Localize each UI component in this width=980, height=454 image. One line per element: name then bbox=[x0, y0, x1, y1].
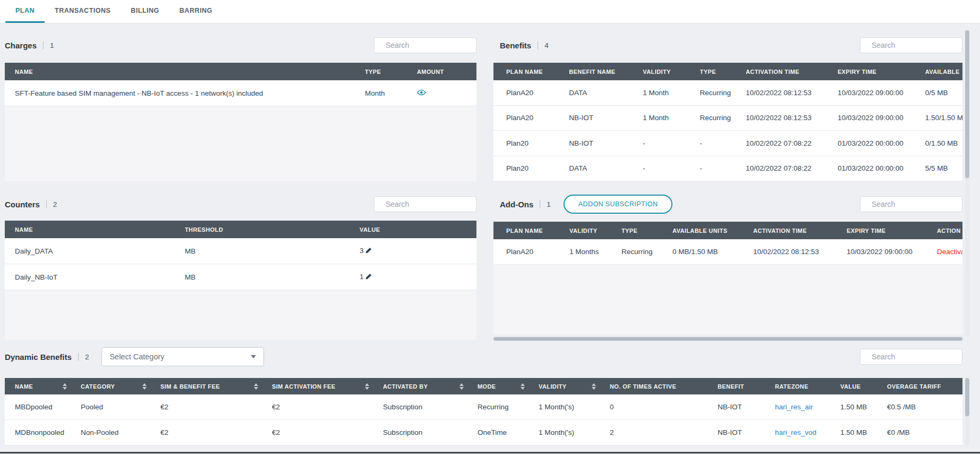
column-header: PLAN NAME bbox=[493, 69, 569, 75]
column-header-label: VALIDITY bbox=[539, 383, 567, 390]
tab-billing[interactable]: BILLING bbox=[121, 0, 169, 23]
column-header: EXPIRY TIME bbox=[847, 228, 937, 234]
table-row: Plan20 NB-IOT - - 10/02/2022 07:08:22 01… bbox=[493, 131, 962, 156]
tab-bar: PLAN TRANSACTIONS BILLING BARRING bbox=[0, 0, 980, 23]
column-header: THRESHOLD bbox=[185, 226, 360, 233]
benefits-search-input[interactable] bbox=[860, 37, 962, 53]
charges-table: NAME TYPE AMOUNT SFT-Feature based SIM m… bbox=[5, 63, 476, 181]
benefit-plan: PlanA20 bbox=[493, 114, 569, 122]
counters-count: 2 bbox=[53, 200, 57, 208]
vertical-scrollbar-track[interactable] bbox=[965, 378, 969, 445]
dyn-overage-tariff: €0 /MB bbox=[887, 428, 962, 436]
counter-value-text: 3 bbox=[360, 247, 364, 255]
addon-validity: 1 Months bbox=[569, 248, 621, 256]
table-row: Daily_DATA MB 3 bbox=[5, 238, 476, 264]
dynamic-benefits-search-input[interactable] bbox=[860, 349, 962, 365]
tab-plan[interactable]: PLAN bbox=[5, 0, 45, 23]
column-header-label: SIM ACTIVATION FEE bbox=[272, 383, 335, 390]
column-header: BENEFIT NAME bbox=[569, 69, 643, 75]
counter-value: 1 bbox=[360, 273, 476, 281]
counters-search-input[interactable] bbox=[374, 196, 476, 212]
benefit-validity: - bbox=[643, 164, 700, 172]
sort-icon[interactable] bbox=[142, 383, 147, 390]
addons-search-input[interactable] bbox=[860, 196, 962, 212]
horizontal-scrollbar[interactable] bbox=[493, 337, 962, 341]
addons-header: Add-Ons 1 ADDON SUBSCRIPTION bbox=[493, 195, 962, 214]
benefit-expiry: 01/03/2022 00:00:00 bbox=[838, 139, 925, 147]
addon-type: Recurring bbox=[621, 248, 672, 256]
sort-icon[interactable] bbox=[592, 383, 596, 390]
charges-search-input[interactable] bbox=[374, 37, 476, 53]
table-row: MBDpooled Pooled €2 €2 Subscription Recu… bbox=[5, 394, 962, 420]
sort-icon[interactable] bbox=[521, 383, 525, 390]
dyn-validity: 1 Month('s) bbox=[539, 403, 610, 411]
addon-activation: 10/02/2022 08:12:53 bbox=[753, 248, 847, 256]
column-header: CATEGORY bbox=[81, 383, 160, 390]
bottom-divider bbox=[0, 452, 980, 453]
tab-transactions[interactable]: TRANSACTIONS bbox=[45, 0, 121, 23]
benefit-expiry: 01/03/2022 00:00:00 bbox=[838, 164, 925, 172]
sort-icon[interactable] bbox=[254, 383, 258, 390]
addon-units: 0 MB/1.50 MB bbox=[672, 248, 753, 256]
benefit-type: - bbox=[700, 139, 746, 147]
category-select-value: Select Category bbox=[109, 352, 164, 361]
column-header: AVAILABLE bbox=[925, 69, 962, 75]
benefit-validity: - bbox=[643, 139, 700, 147]
divider bbox=[46, 200, 47, 208]
deactivate-link[interactable]: Deactivate bbox=[937, 248, 962, 256]
column-header: EXPIRY TIME bbox=[838, 69, 925, 75]
dyn-value: 1.50 MB bbox=[840, 403, 887, 411]
charges-empty-area bbox=[5, 106, 476, 181]
left-column: Charges 1 NAME TYPE AMOUNT SFT-Feature b… bbox=[5, 30, 476, 340]
benefits-header: Benefits 4 bbox=[493, 36, 962, 55]
benefit-available: 0/5 MB bbox=[925, 89, 962, 97]
benefits-table: PLAN NAME BENEFIT NAME VALIDITY TYPE ACT… bbox=[493, 63, 962, 181]
sort-icon[interactable] bbox=[459, 383, 464, 390]
table-row: MDBnonpooled Non-Pooled €2 €2 Subscripti… bbox=[5, 420, 962, 445]
divider bbox=[538, 41, 538, 49]
divider bbox=[78, 353, 79, 361]
dyn-activated-by: Subscription bbox=[383, 428, 478, 436]
column-header: TYPE bbox=[365, 69, 417, 75]
benefits-table-head: PLAN NAME BENEFIT NAME VALIDITY TYPE ACT… bbox=[493, 63, 962, 80]
ratezone-link[interactable]: hari_res_air bbox=[775, 403, 840, 411]
column-header: NAME bbox=[5, 69, 365, 75]
divider bbox=[540, 200, 540, 208]
charges-title: Charges bbox=[5, 41, 37, 50]
dyn-sim-benefit-fee: €2 bbox=[160, 428, 272, 436]
vertical-scrollbar-thumb[interactable] bbox=[965, 30, 969, 178]
benefit-name: NB-IOT bbox=[569, 114, 643, 122]
tab-barring[interactable]: BARRING bbox=[169, 0, 223, 23]
dyn-validity: 1 Month('s) bbox=[539, 428, 610, 436]
column-header: NO. OF TIMES ACTIVE bbox=[610, 383, 718, 390]
benefit-plan: Plan20 bbox=[493, 139, 569, 147]
column-header: RATEZONE bbox=[775, 383, 840, 390]
sort-icon[interactable] bbox=[365, 383, 369, 390]
dyn-sim-benefit-fee: €2 bbox=[160, 403, 272, 411]
dynamic-benefits-table: NAME CATEGORY SIM & BENEFIT FEE SIM ACTI… bbox=[5, 378, 962, 445]
column-header: PLAN NAME bbox=[493, 228, 569, 234]
ratezone-link[interactable]: hari_res_vod bbox=[775, 428, 840, 436]
benefit-name: NB-IOT bbox=[569, 139, 643, 147]
column-header: VALUE bbox=[840, 383, 887, 390]
dynamic-benefits-count: 2 bbox=[85, 353, 89, 361]
addons-table-head: PLAN NAME VALIDITY TYPE AVAILABLE UNITS … bbox=[493, 222, 962, 239]
benefits-title: Benefits bbox=[500, 41, 531, 50]
sort-icon[interactable] bbox=[63, 383, 67, 390]
table-row: PlanA20 DATA 1 Month Recurring 10/02/202… bbox=[493, 80, 962, 106]
vertical-scrollbar-track[interactable] bbox=[965, 30, 969, 337]
benefit-plan: PlanA20 bbox=[493, 89, 569, 97]
vertical-scrollbar-thumb[interactable] bbox=[965, 378, 969, 416]
column-header: ACTIVATION TIME bbox=[746, 69, 838, 75]
eye-icon[interactable] bbox=[417, 89, 426, 97]
dyn-times-active: 0 bbox=[610, 403, 718, 411]
dyn-category: Non-Pooled bbox=[81, 428, 160, 436]
edit-icon[interactable] bbox=[365, 273, 372, 281]
addon-subscription-button[interactable]: ADDON SUBSCRIPTION bbox=[564, 195, 673, 214]
edit-icon[interactable] bbox=[365, 247, 372, 255]
benefit-expiry: 10/03/2022 09:00:00 bbox=[838, 114, 925, 122]
counter-name: Daily_DATA bbox=[5, 247, 185, 255]
addons-count: 1 bbox=[547, 200, 551, 208]
category-select[interactable]: Select Category bbox=[101, 347, 264, 366]
column-header: VALIDITY bbox=[539, 383, 610, 390]
